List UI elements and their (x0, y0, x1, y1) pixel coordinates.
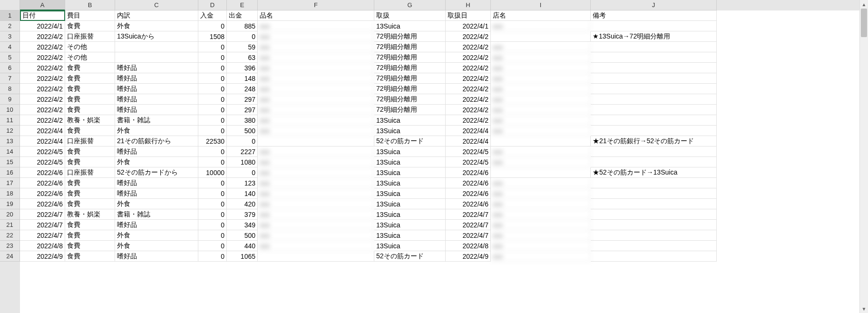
cell-I5[interactable]: xxx (491, 52, 591, 63)
cell-H8[interactable]: 2022/4/2 (446, 84, 491, 94)
cell-G4[interactable]: 72明細分離用 (374, 42, 446, 52)
cell-D15[interactable]: 0 (198, 157, 227, 167)
cell-H14[interactable]: 2022/4/5 (446, 147, 491, 157)
cell-I14[interactable]: xxx (491, 147, 591, 157)
cell-E8[interactable]: 248 (227, 84, 258, 94)
cell-C14[interactable]: 嗜好品 (115, 147, 198, 157)
cell-D7[interactable]: 0 (198, 73, 227, 84)
cell-J9[interactable] (591, 94, 717, 105)
cell-G22[interactable]: 13Suica (374, 230, 446, 241)
cell-H5[interactable]: 2022/4/2 (446, 52, 491, 63)
cell-E13[interactable]: 0 (227, 136, 258, 147)
cell-G3[interactable]: 72明細分離用 (374, 31, 446, 42)
cell-E24[interactable]: 1065 (227, 251, 258, 262)
cell-H23[interactable]: 2022/4/8 (446, 241, 491, 251)
column-header-E[interactable]: E (227, 0, 258, 10)
cell-E4[interactable]: 59 (227, 42, 258, 52)
cell-J2[interactable] (591, 21, 717, 31)
cell-C9[interactable]: 嗜好品 (115, 94, 198, 105)
cell-J4[interactable] (591, 42, 717, 52)
scroll-down-arrow[interactable]: ▼ (860, 304, 868, 313)
cell-E6[interactable]: 396 (227, 63, 258, 73)
cell-B5[interactable]: その他 (65, 52, 115, 63)
cell-E15[interactable]: 1080 (227, 157, 258, 167)
cell-D11[interactable]: 0 (198, 115, 227, 126)
row-header-3[interactable]: 3 (0, 31, 20, 42)
cell-G19[interactable]: 13Suica (374, 199, 446, 209)
cell-F12[interactable]: xxx (258, 126, 374, 136)
cell-J12[interactable] (591, 126, 717, 136)
cell-B8[interactable]: 食費 (65, 84, 115, 94)
cell-B19[interactable]: 食費 (65, 199, 115, 209)
scroll-thumb[interactable] (861, 9, 867, 37)
cell-C1[interactable]: 内訳 (115, 10, 198, 21)
cell-I2[interactable]: xxx (491, 21, 591, 31)
cell-J7[interactable] (591, 73, 717, 84)
cell-B16[interactable]: 口座振替 (65, 167, 115, 178)
cell-B9[interactable]: 食費 (65, 94, 115, 105)
cell-B13[interactable]: 口座振替 (65, 136, 115, 147)
cell-A21[interactable]: 2022/4/7 (20, 220, 65, 230)
cell-B2[interactable]: 食費 (65, 21, 115, 31)
cell-D5[interactable]: 0 (198, 52, 227, 63)
cell-D12[interactable]: 0 (198, 126, 227, 136)
cell-I21[interactable]: xxx (491, 220, 591, 230)
cell-E9[interactable]: 297 (227, 94, 258, 105)
cell-H4[interactable]: 2022/4/2 (446, 42, 491, 52)
cell-C13[interactable]: 21その筋銀行から (115, 136, 198, 147)
cell-F22[interactable]: xxx (258, 230, 374, 241)
cell-G20[interactable]: 13Suica (374, 209, 446, 220)
cell-E14[interactable]: 2227 (227, 147, 258, 157)
row-header-22[interactable]: 22 (0, 230, 20, 241)
cell-J21[interactable] (591, 220, 717, 230)
column-header-B[interactable]: B (65, 0, 115, 10)
cell-I24[interactable]: xxx (491, 251, 591, 262)
cell-D4[interactable]: 0 (198, 42, 227, 52)
cell-F13[interactable] (258, 136, 374, 147)
cell-D6[interactable]: 0 (198, 63, 227, 73)
cell-F11[interactable]: xxx (258, 115, 374, 126)
cell-E5[interactable]: 63 (227, 52, 258, 63)
column-header-C[interactable]: C (115, 0, 198, 10)
cell-B15[interactable]: 食費 (65, 157, 115, 167)
cell-J17[interactable] (591, 178, 717, 188)
cell-B20[interactable]: 教養・娯楽 (65, 209, 115, 220)
cell-G17[interactable]: 13Suica (374, 178, 446, 188)
cell-J20[interactable] (591, 209, 717, 220)
cell-I23[interactable]: xxx (491, 241, 591, 251)
cell-G5[interactable]: 72明細分離用 (374, 52, 446, 63)
cell-H1[interactable]: 取扱日 (446, 10, 491, 21)
cell-F20[interactable]: xxx (258, 209, 374, 220)
column-header-H[interactable]: H (446, 0, 491, 10)
cell-F6[interactable]: xxx (258, 63, 374, 73)
cell-A11[interactable]: 2022/4/2 (20, 115, 65, 126)
row-header-9[interactable]: 9 (0, 94, 20, 105)
cell-A23[interactable]: 2022/4/8 (20, 241, 65, 251)
cell-A15[interactable]: 2022/4/5 (20, 157, 65, 167)
cell-G7[interactable]: 72明細分離用 (374, 73, 446, 84)
cell-J15[interactable] (591, 157, 717, 167)
cell-D17[interactable]: 0 (198, 178, 227, 188)
cell-G16[interactable]: 13Suica (374, 167, 446, 178)
cell-I1[interactable]: 店名 (491, 10, 591, 21)
cell-E1[interactable]: 出金 (227, 10, 258, 21)
cell-A12[interactable]: 2022/4/4 (20, 126, 65, 136)
cell-H24[interactable]: 2022/4/9 (446, 251, 491, 262)
cell-C21[interactable]: 嗜好品 (115, 220, 198, 230)
row-header-24[interactable]: 24 (0, 251, 20, 262)
cell-C15[interactable]: 外食 (115, 157, 198, 167)
cell-H2[interactable]: 2022/4/1 (446, 21, 491, 31)
cell-D22[interactable]: 0 (198, 230, 227, 241)
cell-C2[interactable]: 外食 (115, 21, 198, 31)
cell-G8[interactable]: 72明細分離用 (374, 84, 446, 94)
cell-H15[interactable]: 2022/4/5 (446, 157, 491, 167)
cell-A19[interactable]: 2022/4/6 (20, 199, 65, 209)
row-header-10[interactable]: 10 (0, 105, 20, 115)
cell-J18[interactable] (591, 188, 717, 199)
cell-C10[interactable]: 嗜好品 (115, 105, 198, 115)
cell-H19[interactable]: 2022/4/6 (446, 199, 491, 209)
cell-C23[interactable]: 外食 (115, 241, 198, 251)
row-header-6[interactable]: 6 (0, 63, 20, 73)
cell-B12[interactable]: 食費 (65, 126, 115, 136)
cell-I16[interactable] (491, 167, 591, 178)
